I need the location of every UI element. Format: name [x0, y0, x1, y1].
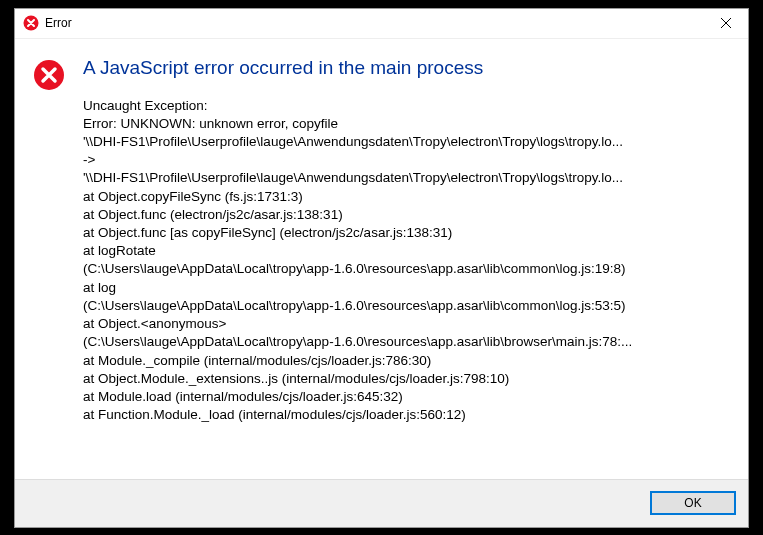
error-line: at Object.Module._extensions..js (intern… [83, 370, 730, 388]
close-button[interactable] [703, 8, 748, 38]
error-icon [33, 59, 65, 91]
error-line: Error: UNKNOWN: unknown error, copyfile [83, 115, 730, 133]
ok-button[interactable]: OK [650, 491, 736, 515]
dialog-footer: OK [15, 479, 748, 527]
error-line: at Object.func [as copyFileSync] (electr… [83, 224, 730, 242]
error-line: (C:\Users\lauge\AppData\Local\tropy\app-… [83, 260, 730, 278]
titlebar: Error [15, 9, 748, 39]
dialog-content: A JavaScript error occurred in the main … [15, 39, 748, 479]
error-line: at logRotate [83, 242, 730, 260]
error-line: '\\DHI-FS1\Profile\Userprofile\lauge\Anw… [83, 133, 730, 151]
error-line: at Module.load (internal/modules/cjs/loa… [83, 388, 730, 406]
dialog-body: Uncaught Exception:Error: UNKNOWN: unkno… [83, 97, 730, 425]
text-column: A JavaScript error occurred in the main … [83, 57, 730, 469]
error-line: at Object.copyFileSync (fs.js:1731:3) [83, 188, 730, 206]
icon-column [33, 57, 83, 469]
error-line: Uncaught Exception: [83, 97, 730, 115]
error-line: at Function.Module._load (internal/modul… [83, 406, 730, 424]
error-line: (C:\Users\lauge\AppData\Local\tropy\app-… [83, 333, 730, 351]
dialog-heading: A JavaScript error occurred in the main … [83, 57, 730, 79]
error-line: at Module._compile (internal/modules/cjs… [83, 352, 730, 370]
error-line: -> [83, 151, 730, 169]
error-line: at log [83, 279, 730, 297]
error-line: '\\DHI-FS1\Profile\Userprofile\lauge\Anw… [83, 169, 730, 187]
error-line: at Object.func (electron/js2c/asar.js:13… [83, 206, 730, 224]
error-line: at Object.<anonymous> [83, 315, 730, 333]
error-dialog-window: Error A JavaScript error occurred in the… [14, 8, 749, 528]
error-icon-small [23, 15, 39, 31]
error-line: (C:\Users\lauge\AppData\Local\tropy\app-… [83, 297, 730, 315]
titlebar-title: Error [45, 16, 703, 30]
